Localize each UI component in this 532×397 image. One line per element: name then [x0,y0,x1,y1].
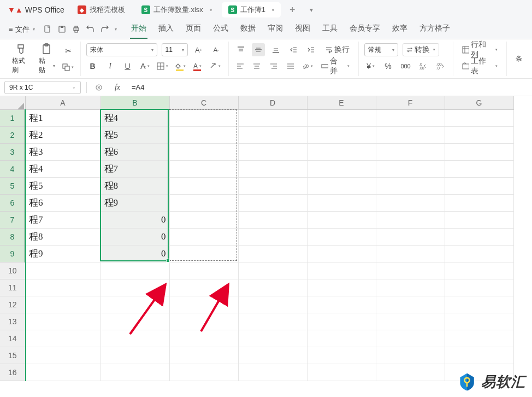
cell[interactable] [376,160,445,177]
align-right-icon[interactable] [268,60,280,73]
cell[interactable] [169,194,238,211]
cell[interactable] [238,347,307,364]
cell[interactable]: 程6 [25,194,101,211]
cell[interactable]: 0 [101,228,169,245]
cell[interactable] [169,109,238,126]
italic-icon[interactable]: I [104,60,117,73]
cell[interactable] [169,177,238,194]
cell[interactable] [238,364,307,381]
decrease-font-icon[interactable]: A- [210,43,223,56]
cell[interactable] [307,347,376,364]
menu-tab-视图[interactable]: 视图 [294,20,311,39]
cell[interactable] [238,313,307,330]
cell[interactable] [307,313,376,330]
cell[interactable] [169,330,238,347]
cell[interactable] [445,194,513,211]
number-format-select[interactable]: 常规▾ [364,43,398,56]
cell[interactable] [307,109,376,126]
cell[interactable] [238,143,307,160]
cell[interactable] [169,364,238,381]
cell[interactable]: 程7 [101,160,169,177]
cell[interactable]: 0 [101,245,169,262]
font-family-select[interactable]: 宋体▾ [86,43,157,56]
worksheet-button[interactable]: 工作表 [459,60,501,73]
cell[interactable] [376,296,445,313]
cell[interactable] [169,296,238,313]
merge-button[interactable]: 合并 [318,60,353,73]
cell[interactable]: 程1 [25,109,101,126]
cell[interactable]: 0 [101,211,169,228]
cell[interactable] [169,245,238,262]
menu-tab-数据[interactable]: 数据 [239,20,257,39]
menu-tab-工具[interactable]: 工具 [321,20,339,39]
comma-icon[interactable]: 000 [399,60,412,73]
cell[interactable] [307,330,376,347]
cell[interactable] [101,279,169,296]
cell[interactable] [307,262,376,279]
percent-icon[interactable]: % [382,60,395,73]
decrease-decimal-icon[interactable]: .0.00 [417,60,430,73]
copy-icon[interactable] [62,61,75,74]
align-bottom-icon[interactable] [269,43,282,56]
save-icon[interactable] [57,24,68,35]
cell[interactable] [25,330,101,347]
bold-icon[interactable]: B [86,60,99,73]
wrap-text-button[interactable]: 换行 [322,43,353,56]
menu-tab-页面[interactable]: 页面 [185,20,202,39]
menu-tab-插入[interactable]: 插入 [157,20,175,39]
row-header[interactable]: 13 [0,313,25,330]
cell[interactable]: 程4 [101,109,169,126]
cell[interactable] [238,245,307,262]
cell[interactable] [238,126,307,143]
align-center-icon[interactable] [251,60,263,73]
align-left-icon[interactable] [234,60,247,73]
cancel-icon[interactable] [92,81,105,94]
cell[interactable]: 程5 [101,126,169,143]
row-header[interactable]: 8 [0,228,25,245]
cell[interactable] [376,194,445,211]
cell[interactable] [445,126,513,143]
rowcol-button[interactable]: 行和列 [459,43,501,56]
col-header[interactable]: E [307,96,376,109]
tab-workbook-1[interactable]: S 工作簿数量.xlsx [135,2,218,17]
menu-tab-会员专享[interactable]: 会员专享 [348,20,381,39]
cell[interactable] [376,364,445,381]
row-header[interactable]: 12 [0,296,25,313]
formula-input[interactable]: =A4 [129,83,528,91]
new-icon[interactable] [43,24,54,35]
col-header[interactable]: C [169,96,238,109]
cell[interactable] [307,228,376,245]
cell[interactable] [307,211,376,228]
cell[interactable] [25,347,101,364]
cell[interactable] [238,109,307,126]
cell[interactable] [376,143,445,160]
cell[interactable]: 程8 [25,228,101,245]
cell[interactable] [169,211,238,228]
cell[interactable] [376,109,445,126]
cell[interactable] [25,262,101,279]
cell[interactable] [307,364,376,381]
cell[interactable] [25,279,101,296]
cell[interactable] [238,262,307,279]
cell[interactable] [101,347,169,364]
menu-tab-开始[interactable]: 开始 [130,20,147,39]
increase-font-icon[interactable]: A+ [192,43,205,56]
cell[interactable] [307,296,376,313]
cell[interactable] [25,364,101,381]
row-header[interactable]: 3 [0,143,25,160]
new-tab-button[interactable]: + [284,4,301,16]
cell[interactable] [169,279,238,296]
cell[interactable] [238,296,307,313]
row-header[interactable]: 15 [0,347,25,364]
cell[interactable] [169,262,238,279]
fx-icon[interactable]: fx [111,81,124,94]
row-header[interactable]: 2 [0,126,25,143]
row-header[interactable]: 1 [0,109,25,126]
cell[interactable] [238,228,307,245]
tab-template[interactable]: ◆ 找稻壳模板 [71,2,132,17]
cell[interactable] [307,194,376,211]
tab-workbook-2[interactable]: S 工作簿1 [222,2,281,17]
cell[interactable] [445,211,513,228]
undo-icon[interactable] [85,24,96,35]
cell[interactable] [307,177,376,194]
